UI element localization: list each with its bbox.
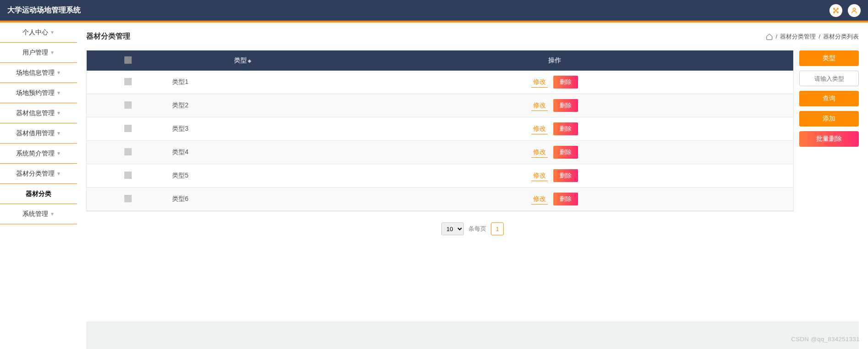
edit-link[interactable]: 修改 [531, 77, 548, 88]
sidebar-item-system[interactable]: 系统管理▼ [0, 204, 77, 224]
row-checkbox[interactable] [124, 172, 132, 179]
row-type-cell: 类型1 [169, 71, 316, 94]
table-header-label: 类型 [234, 56, 247, 64]
edit-link[interactable]: 修改 [531, 100, 548, 111]
chevron-down-icon: ▼ [50, 211, 55, 216]
chevron-down-icon: ▼ [56, 111, 61, 116]
pager: 10 条每页 1 [86, 222, 859, 235]
delete-button[interactable]: 删除 [553, 122, 578, 135]
action-panel: 类型 查询 添加 批量删除 [799, 50, 859, 147]
sidebar-item-equipment-category-sub[interactable]: 器材分类 [0, 184, 77, 204]
sidebar-item-venue-info[interactable]: 场地信息管理▼ [0, 63, 77, 83]
user-icon[interactable] [848, 4, 861, 17]
sidebar-item-system-intro[interactable]: 系统简介管理▼ [0, 144, 77, 164]
sidebar-item-label: 器材分类 [26, 190, 51, 198]
svg-point-4 [853, 8, 855, 10]
edit-link[interactable]: 修改 [531, 194, 548, 205]
delete-button[interactable]: 删除 [553, 76, 578, 89]
table-row: 类型3修改删除 [87, 117, 793, 141]
row-checkbox[interactable] [124, 195, 132, 202]
page-head: 器材分类管理 / 器材分类管理 / 器材分类列表 [86, 32, 859, 41]
footer [86, 321, 859, 349]
chevron-down-icon: ▼ [56, 90, 61, 95]
chevron-down-icon: ▼ [56, 171, 61, 176]
type-label-button[interactable]: 类型 [799, 50, 859, 66]
delete-button[interactable]: 删除 [553, 169, 578, 182]
chevron-down-icon: ▼ [50, 30, 55, 35]
table-row: 类型6修改删除 [87, 188, 793, 211]
sidebar-item-label: 系统管理 [22, 210, 48, 218]
breadcrumb: / 器材分类管理 / 器材分类列表 [766, 33, 859, 41]
sidebar-item-label: 个人中心 [22, 28, 48, 37]
edit-link[interactable]: 修改 [531, 147, 548, 158]
table-row: 类型4修改删除 [87, 141, 793, 164]
row-checkbox[interactable] [124, 148, 132, 155]
row-checkbox[interactable] [124, 78, 132, 85]
table-header-op: 操作 [316, 50, 793, 71]
table-row: 类型5修改删除 [87, 164, 793, 188]
row-checkbox[interactable] [124, 101, 132, 109]
row-type-cell: 类型5 [169, 164, 316, 188]
sidebar: 个人中心▼ 用户管理▼ 场地信息管理▼ 场地预约管理▼ 器材信息管理▼ 器材借用… [0, 22, 77, 349]
table-row: 类型1修改删除 [87, 71, 793, 94]
delete-button[interactable]: 删除 [553, 193, 578, 205]
row-type-cell: 类型4 [169, 141, 316, 164]
breadcrumb-item[interactable]: 器材分类管理 [780, 33, 816, 41]
row-type-cell: 类型2 [169, 94, 316, 117]
breadcrumb-sep: / [776, 33, 778, 40]
sidebar-item-equipment-category[interactable]: 器材分类管理▼ [0, 164, 77, 184]
watermark: CSDN @qq_834251331 [791, 336, 860, 343]
chevron-down-icon: ▼ [56, 70, 61, 75]
sidebar-item-equipment-borrow[interactable]: 器材借用管理▼ [0, 123, 77, 144]
row-type-cell: 类型3 [169, 117, 316, 141]
search-button[interactable]: 查询 [799, 91, 859, 106]
table-header-type[interactable]: 类型◆ [169, 50, 316, 71]
add-button[interactable]: 添加 [799, 111, 859, 127]
sidebar-item-user[interactable]: 用户管理▼ [0, 43, 77, 63]
tools-icon[interactable] [829, 4, 842, 17]
pager-label: 条每页 [468, 225, 486, 233]
chevron-down-icon: ▼ [50, 50, 55, 55]
header-icon-group [829, 4, 861, 17]
sidebar-item-equipment-info[interactable]: 器材信息管理▼ [0, 103, 77, 123]
chevron-down-icon: ▼ [56, 131, 61, 136]
delete-button[interactable]: 删除 [553, 99, 578, 112]
table-row: 类型2修改删除 [87, 94, 793, 117]
breadcrumb-sep: / [818, 33, 820, 40]
pager-page-current[interactable]: 1 [491, 222, 504, 235]
chevron-down-icon: ▼ [56, 151, 61, 156]
sidebar-item-label: 场地信息管理 [16, 69, 55, 77]
select-all-checkbox[interactable] [124, 56, 132, 64]
table-header-checkbox [87, 50, 169, 71]
sidebar-item-venue-booking[interactable]: 场地预约管理▼ [0, 83, 77, 103]
edit-link[interactable]: 修改 [531, 171, 548, 181]
row-checkbox[interactable] [124, 125, 132, 132]
app-header: 大学运动场地管理系统 [0, 0, 868, 21]
sidebar-item-label: 用户管理 [22, 49, 48, 57]
breadcrumb-item: 器材分类列表 [823, 33, 859, 41]
page-title: 器材分类管理 [86, 32, 130, 41]
page-size-select[interactable]: 10 [441, 222, 464, 235]
sidebar-item-label: 系统简介管理 [16, 150, 55, 158]
row-type-cell: 类型6 [169, 188, 316, 211]
sidebar-item-label: 器材分类管理 [16, 170, 55, 178]
delete-button[interactable]: 删除 [553, 146, 578, 159]
sort-icon: ◆ [248, 58, 251, 63]
data-table: 类型◆ 操作 类型1修改删除类型2修改删除类型3修改删除类型4修改删除类型5修改… [86, 50, 794, 211]
sidebar-item-label: 器材借用管理 [16, 129, 55, 138]
batch-delete-button[interactable]: 批量删除 [799, 131, 859, 147]
app-title: 大学运动场地管理系统 [7, 6, 81, 15]
sidebar-item-personal[interactable]: 个人中心▼ [0, 22, 77, 43]
edit-link[interactable]: 修改 [531, 124, 548, 134]
home-icon[interactable] [766, 33, 773, 40]
sidebar-item-label: 器材信息管理 [16, 109, 55, 117]
type-input[interactable] [799, 71, 859, 86]
sidebar-item-label: 场地预约管理 [16, 89, 55, 97]
